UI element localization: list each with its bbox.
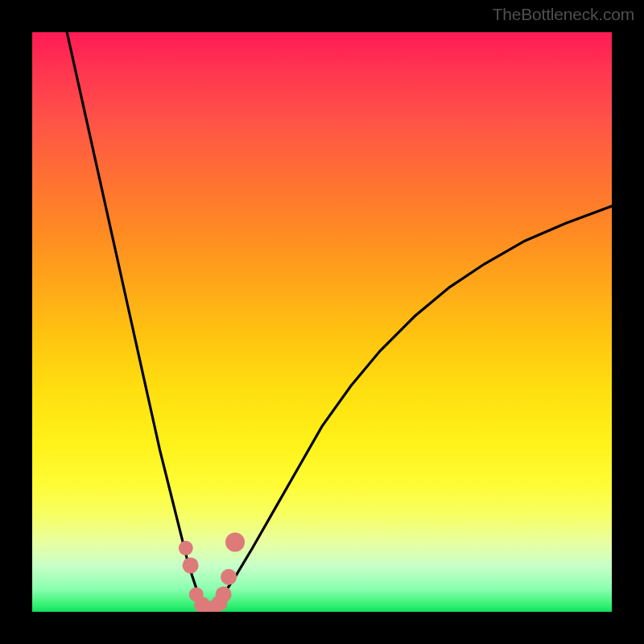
highlighted-points-group bbox=[179, 533, 245, 612]
attribution-text: TheBottleneck.com bbox=[493, 5, 634, 24]
data-point bbox=[179, 541, 193, 555]
data-point bbox=[216, 586, 232, 602]
plot-area bbox=[32, 32, 612, 612]
chart-frame: TheBottleneck.com bbox=[0, 0, 644, 644]
data-point bbox=[221, 569, 237, 585]
points-layer bbox=[32, 32, 612, 612]
data-point bbox=[225, 533, 245, 552]
data-point bbox=[183, 557, 199, 573]
